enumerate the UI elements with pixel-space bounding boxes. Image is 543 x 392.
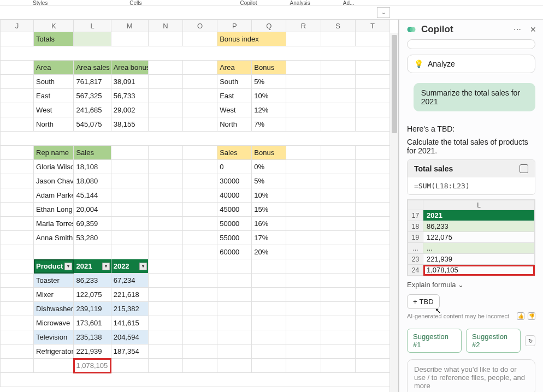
- cell[interactable]: Area sales: [74, 61, 111, 75]
- spreadsheet-area[interactable]: J K L M N O P Q R S T Totals Bonus inde: [0, 20, 399, 392]
- copy-icon[interactable]: [520, 164, 528, 173]
- chevron-down-icon: ⌄: [458, 281, 464, 289]
- table-header-2022[interactable]: 2022▾: [111, 259, 148, 274]
- preview-result-cell[interactable]: 1,078,105: [423, 265, 535, 276]
- chevron-down-icon: ⌄: [381, 9, 386, 15]
- refresh-suggestions-icon[interactable]: ↻: [525, 335, 535, 346]
- cell[interactable]: Bonus: [252, 61, 286, 75]
- copilot-response: Here's a TBD: Calculate the total sales …: [407, 124, 535, 392]
- col-header[interactable]: M: [111, 20, 148, 32]
- copilot-pane: Copilot ⋯ ✕ 💡 Analyze Summarize the tota…: [399, 20, 543, 392]
- cursor-icon: ↖: [435, 306, 441, 315]
- col-header[interactable]: P: [217, 20, 252, 32]
- suggestion-pill[interactable]: Suggestion #2: [466, 329, 521, 353]
- thumbs-up-icon[interactable]: 👍: [517, 312, 524, 320]
- thumbs-down-icon[interactable]: 👎: [528, 312, 535, 320]
- col-header[interactable]: L: [74, 20, 111, 32]
- formula-bar-expand-button[interactable]: ⌄: [377, 7, 390, 18]
- cell[interactable]: Rep name: [34, 146, 74, 160]
- scrollbar-thumb[interactable]: [392, 35, 397, 133]
- table-header-product[interactable]: Product▾: [34, 259, 74, 274]
- analyze-label: Analyze: [428, 60, 455, 68]
- close-icon[interactable]: ✕: [530, 25, 536, 34]
- copilot-title: Copilot: [421, 24, 505, 35]
- formula-bar-input[interactable]: [3, 7, 377, 18]
- lightbulb-icon: 💡: [414, 60, 423, 68]
- more-icon[interactable]: ⋯: [514, 25, 521, 34]
- col-header[interactable]: O: [183, 20, 217, 32]
- response-line: Here's a TBD:: [407, 124, 535, 133]
- add-tbd-button[interactable]: + TBD ↖: [407, 294, 440, 309]
- card-title: Total sales: [414, 164, 520, 173]
- col-header[interactable]: S: [321, 20, 355, 32]
- response-line: Calculate the total sales of products fo…: [407, 138, 535, 155]
- explain-formula-toggle[interactable]: Explain formula ⌄: [407, 281, 535, 289]
- copilot-input[interactable]: Describe what you'd like to do or use / …: [407, 359, 535, 392]
- formula-card: Total sales =SUM(L18:L23): [407, 159, 535, 195]
- filter-dropdown-icon[interactable]: ▾: [102, 263, 110, 270]
- copilot-logo-icon: [406, 24, 417, 35]
- preview-table: L 172021 1886,233 19122,075 ...... 23221…: [407, 199, 535, 276]
- cell[interactable]: Sales: [217, 146, 252, 160]
- table-header-2021[interactable]: 2021▾: [74, 259, 111, 274]
- col-header[interactable]: R: [286, 20, 321, 32]
- formula-text[interactable]: =SUM(L18:L23): [408, 177, 535, 194]
- cell[interactable]: Bonus index: [217, 32, 286, 46]
- plus-icon: +: [413, 298, 417, 306]
- col-header[interactable]: N: [148, 20, 182, 32]
- filter-dropdown-icon[interactable]: ▾: [64, 263, 72, 270]
- total-2021-cell[interactable]: 1,078,105: [74, 359, 111, 373]
- suggestion-pill[interactable]: Suggestion #1: [407, 329, 462, 353]
- blank-pill[interactable]: [407, 39, 535, 49]
- filter-dropdown-icon[interactable]: ▾: [139, 263, 147, 270]
- col-header[interactable]: Q: [252, 20, 286, 32]
- ai-disclaimer: AI-generated content may be incorrect: [407, 313, 514, 319]
- col-header[interactable]: T: [355, 20, 389, 32]
- cell[interactable]: Totals: [34, 32, 74, 46]
- preview-col-header: L: [423, 200, 535, 210]
- cell[interactable]: Sales: [74, 146, 111, 160]
- cell[interactable]: Area: [217, 61, 252, 75]
- col-header[interactable]: K: [34, 20, 74, 32]
- ribbon-groups: Styles Cells Copilot Analysis Ad...: [0, 0, 543, 5]
- column-headers[interactable]: J K L M N O P Q R S T: [1, 20, 390, 32]
- cell[interactable]: Bonus: [252, 146, 286, 160]
- analyze-option[interactable]: 💡 Analyze: [407, 55, 535, 73]
- user-message: Summarize the total sales for 2021: [414, 83, 535, 111]
- vertical-scrollbar[interactable]: [389, 33, 398, 392]
- input-placeholder: Describe what you'd like to do or use / …: [414, 365, 525, 390]
- cell[interactable]: Area: [34, 61, 74, 75]
- cell[interactable]: Area bonus: [111, 61, 148, 75]
- col-header[interactable]: J: [1, 20, 34, 32]
- svg-point-1: [410, 27, 416, 32]
